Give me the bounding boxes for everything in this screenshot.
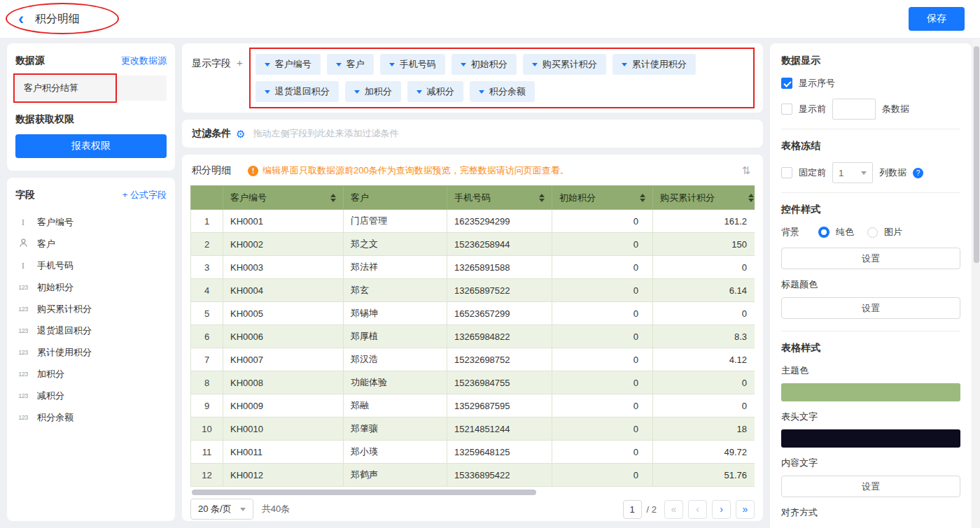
display-field-chip[interactable]: 积分余额 [470, 81, 535, 102]
image-radio[interactable] [867, 227, 878, 238]
row-index: 10 [191, 418, 223, 441]
table-row[interactable]: 9KH0009郑融1352968759500 [191, 394, 755, 418]
show-index-row: 显示序号 [781, 77, 960, 90]
column-header[interactable]: 客户编号 [223, 186, 344, 210]
display-field-chip[interactable]: 手机号码 [380, 54, 445, 75]
number-type-icon: 123 [15, 392, 31, 399]
display-field-chip[interactable]: 客户编号 [255, 54, 321, 75]
row-index: 3 [191, 256, 223, 279]
save-button[interactable]: 保存 [909, 7, 965, 31]
table-row[interactable]: 12KH0012郑鹤声15336895422051.76 [191, 464, 755, 487]
page-size-select[interactable]: 20 条/页 [190, 499, 253, 520]
table-row[interactable]: 10KH0010郑肇骧15214851244018 [191, 418, 755, 441]
column-header-label: 客户编号 [230, 192, 267, 204]
customer-name-cell: 郑融 [344, 394, 447, 418]
title-color-set-button[interactable]: 设置 [781, 297, 960, 319]
field-item[interactable]: 123减积分 [15, 385, 167, 406]
freeze-count-select[interactable]: 1 [832, 162, 873, 183]
table-row[interactable]: 11KH0011郑小瑛13259648125049.72 [191, 441, 755, 464]
show-index-checkbox[interactable] [781, 78, 792, 89]
field-item[interactable]: 123加积分 [15, 363, 167, 385]
field-item[interactable]: 123购买累计积分 [15, 298, 167, 320]
purchase-points-cell: 8.3 [653, 325, 755, 348]
data-display-title: 数据显示 [781, 55, 960, 67]
field-item[interactable]: 客户 [15, 233, 167, 255]
horizontal-scrollbar-thumb[interactable] [192, 490, 536, 495]
first-page-button[interactable]: « [664, 500, 683, 519]
field-item[interactable]: 123初始积分 [15, 276, 167, 298]
display-field-chip[interactable]: 减积分 [407, 81, 463, 102]
permission-title: 数据获取权限 [15, 113, 167, 126]
image-label: 图片 [884, 226, 902, 238]
theme-color-swatch[interactable] [781, 383, 960, 401]
background-set-button[interactable]: 设置 [781, 248, 960, 269]
sort-icon[interactable] [539, 194, 545, 202]
page-size-value: 20 条/页 [198, 503, 232, 515]
last-page-button[interactable]: » [736, 500, 755, 519]
table-row[interactable]: 4KH0004郑玄1326589752206.14 [191, 279, 755, 302]
top-bar: ‹ 积分明细 保存 [0, 0, 980, 38]
column-header[interactable]: 手机号码 [447, 186, 552, 210]
freeze-title: 表格冻结 [781, 140, 960, 152]
back-icon[interactable]: ‹ [18, 10, 24, 27]
initial-points-cell: 0 [552, 256, 653, 279]
display-field-chip[interactable]: 累计使用积分 [612, 54, 696, 75]
table-row[interactable]: 1KH0001门店管理162352942990161.2 [191, 210, 755, 233]
column-header[interactable]: 购买累计积分 [653, 186, 755, 210]
customer-code-cell: KH0011 [223, 441, 344, 464]
report-permission-button[interactable]: 报表权限 [15, 134, 167, 158]
preview-title: 积分明细 [192, 164, 231, 177]
datasource-value[interactable]: 客户积分结算 [15, 76, 167, 101]
show-first-count-input[interactable] [832, 99, 876, 120]
chip-label: 手机号码 [400, 58, 436, 71]
page-scrollbar-thumb[interactable] [974, 46, 979, 263]
field-item[interactable]: I手机号码 [15, 255, 167, 276]
freeze-checkbox[interactable] [781, 167, 792, 178]
show-first-checkbox[interactable] [781, 104, 792, 115]
sort-order-icon[interactable]: ⇅ [738, 164, 753, 177]
add-formula-field-link[interactable]: + 公式字段 [122, 189, 167, 201]
table-row[interactable]: 5KH0005郑锡坤1652365729900 [191, 302, 755, 325]
display-field-chip[interactable]: 加积分 [345, 81, 401, 102]
show-first-label: 显示前 [799, 103, 826, 115]
purchase-points-cell: 18 [653, 418, 755, 441]
display-field-chip[interactable]: 客户 [327, 54, 374, 75]
add-display-field-button[interactable]: + [237, 57, 243, 69]
filter-panel[interactable]: 过滤条件 ⚙ 拖动左侧字段到此处来添加过滤条件 [182, 120, 763, 148]
table-row[interactable]: 6KH0006郑厚植1326598482208.3 [191, 325, 755, 348]
field-item[interactable]: 123退货退回积分 [15, 320, 167, 341]
display-field-chip[interactable]: 退货退回积分 [255, 81, 339, 102]
sort-icon[interactable] [640, 194, 645, 202]
display-field-chip[interactable]: 初始积分 [451, 54, 517, 75]
customer-code-cell: KH0004 [223, 279, 344, 302]
sort-icon[interactable] [748, 194, 754, 202]
current-page[interactable]: 1 [623, 500, 642, 519]
phone-cell: 15232698752 [447, 348, 552, 371]
datasource-title: 数据源 [15, 55, 45, 67]
header-text-color-swatch[interactable] [781, 429, 960, 448]
solid-color-radio[interactable] [818, 227, 830, 238]
field-label: 客户 [37, 238, 55, 250]
field-item[interactable]: 123累计使用积分 [15, 341, 167, 363]
field-item[interactable]: I客户编号 [15, 211, 167, 233]
change-datasource-link[interactable]: 更改数据源 [121, 55, 167, 67]
table-row[interactable]: 8KH0008功能体验1523698475500 [191, 371, 755, 394]
table-row[interactable]: 3KH0003郑法祥1326589158800 [191, 256, 755, 279]
sort-icon[interactable] [330, 194, 336, 202]
table-row[interactable]: 2KH0002郑之文152362589440150 [191, 233, 755, 256]
gear-icon[interactable]: ⚙ [236, 129, 245, 139]
page-total-label: / 2 [647, 504, 657, 515]
next-page-button[interactable]: › [712, 500, 731, 519]
field-item[interactable]: 123积分余额 [15, 406, 167, 428]
page-scrollbar[interactable] [972, 39, 980, 528]
chip-label: 客户编号 [275, 58, 312, 71]
content-text-set-button[interactable]: 设置 [781, 476, 960, 497]
help-icon[interactable]: ? [913, 168, 923, 178]
table-row[interactable]: 7KH0007郑汉浩1523269875204.12 [191, 348, 755, 371]
display-field-chip[interactable]: 购买累计积分 [523, 54, 606, 75]
prev-page-button[interactable]: ‹ [688, 500, 707, 519]
purchase-points-cell: 150 [653, 233, 755, 256]
column-header[interactable]: 客户 [344, 186, 447, 210]
column-header[interactable]: 初始积分 [552, 186, 653, 210]
chip-label: 初始积分 [471, 58, 507, 71]
